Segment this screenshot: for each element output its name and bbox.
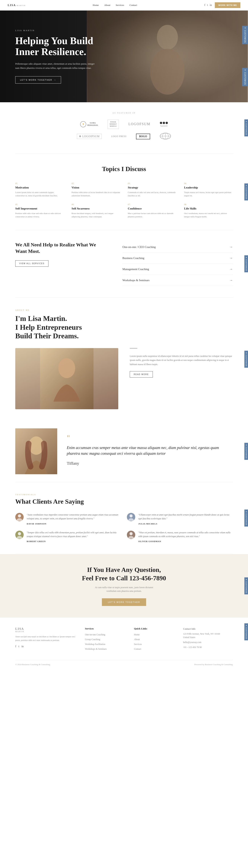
footer-quick-links-title: Quick Links [134,627,176,630]
about-body-text: Lorem ipsum nulla suspenisse id ullamcor… [130,354,233,367]
about-right: Lorem ipsum nulla suspenisse id ullamcor… [130,348,233,409]
footer-service-link[interactable]: Group Coaching [85,638,127,641]
cta-customize-button[interactable]: ✦ Customize [244,577,248,594]
footer-copyright: © 2024 Business Coaching & Consulting. [15,663,50,665]
footer-description: Amet suscipit uma turpis ut tincidunt ac… [15,635,77,642]
svg-point-12 [17,518,22,521]
footer-bottom: © 2024 Business Coaching & Consulting. P… [15,660,233,665]
footer-service-link[interactable]: Workshops & Seminars [85,648,127,650]
footer-top: LISA MARTIN Amet suscipit uma turpis ut … [15,627,233,652]
tf-customize-button[interactable]: ✦ Customize [244,443,248,460]
cta-title: If You Have Any Question, Feel Free to C… [15,566,233,582]
topic-item: 07. Confidence Mus a pulvinar lectus cum… [128,203,176,218]
logo-logoipsum2: ❋ LOGOIPSUM [77,134,102,139]
about-inner: Lorem ipsum nulla suspenisse id ullamcor… [15,348,233,409]
nav-services[interactable]: Services [116,4,124,7]
service-row[interactable]: One-on-one / CEO Coaching → [122,242,233,253]
hero-customize-button[interactable]: ✦ Customize [242,26,248,44]
testimonial-avatar [127,513,135,521]
services-section: We All Need Help to Realize What We Want… [0,230,248,298]
featured-customize-button[interactable]: ✦ Customize [244,120,248,136]
hero-cta-button[interactable]: LET'S WORK TOGETHER → [15,76,61,84]
footer-service-link[interactable]: One-on-one Coaching [85,633,127,636]
arrow-icon: → [229,245,233,249]
topic-item: 03. Strategy Commodo et odio vel urna se… [128,182,176,197]
footer-social: f t in [15,645,77,648]
arrow-icon: → [229,267,233,271]
view-all-services-button[interactable]: VIEW ALL SERVICES [15,260,48,267]
services-tagline: We All Need Help to Realize What We Want… [15,242,107,255]
work-with-me-button[interactable]: WORK WITH ME [215,2,240,8]
footer-brand: LISA MARTIN Amet suscipit uma turpis ut … [15,627,77,652]
footer-service-link[interactable]: Workshop Facilitation [85,643,127,646]
logo-logopress: LOGO PRESS [111,135,127,138]
footer-quick-link[interactable]: Services [134,643,176,646]
twitter-icon[interactable]: t [207,4,208,7]
cta-section: If You Have Any Question, Feel Free to C… [0,554,248,617]
topics-grid: 01. Motivation Lorem ipsum dolor sit ame… [15,182,233,218]
footer-powered: Powered by Business Coaching & Consultin… [194,663,233,665]
logo-globe [160,133,171,140]
topic-item: 02. Vision Porttitor nibh dolor ut lectu… [72,182,120,197]
nav-contact[interactable]: Contact [129,4,137,7]
footer-twitter-icon[interactable]: t [19,645,19,648]
topics-title: Topics I Discuss [15,165,233,173]
logo-ultra: 🏆 ULTRAPEDAGOGIA [80,121,98,127]
footer-contact-col: Contact Info 123 Fifth Avenue, New York,… [183,627,233,652]
about-portrait [15,348,118,409]
testimonial-card: "Semper duis tellus orci nulla nibh elem… [15,531,121,542]
footer-quick-link[interactable]: Contact [134,648,176,650]
footer-quick-link[interactable]: About [134,638,176,641]
facebook-icon[interactable]: f [204,4,205,7]
read-more-button[interactable]: READ MORE [130,371,153,377]
quote-mark-icon: " [67,434,233,442]
testimonial-avatar [15,513,24,521]
hero-section: LISA MARTIN Helping You Build Inner Resi… [0,10,248,102]
logos-row-1: 🏆 ULTRAPEDAGOGIA POWERMINDSETMODULE LOGO… [15,120,233,129]
footer-facebook-icon[interactable]: f [15,645,16,648]
logo-dots: logoipsum [160,122,168,127]
arrow-icon: → [229,278,233,282]
service-row[interactable]: Management Coaching → [122,264,233,275]
service-row[interactable]: Workshops & Seminars → [122,275,233,286]
nav-home[interactable]: Home [93,4,99,7]
services-list: One-on-one / CEO Coaching → Business Coa… [122,242,233,286]
testimonial-content: " Enim accumsan cras semper metus ante v… [67,428,233,466]
testimonial-card: "Justo vestibulum risus imperdiet consec… [15,513,121,525]
testimonials-grid: "Justo vestibulum risus imperdiet consec… [15,513,233,542]
about-customize-button[interactable]: ✦ Customize [244,350,248,368]
nav-social: f t in [204,4,212,7]
nav-menu: Home About Services Contact [93,4,137,7]
cta-button[interactable]: LET'S WORK TOGETHER [102,598,146,606]
about-title: I'm Lisa Martin. I Help Entrepreneurs Bu… [15,314,233,340]
footer-email: hello@yoursay.com [183,641,233,644]
testimonials-customize-button[interactable]: ✦ Customize [244,509,248,527]
footer-quick-link[interactable]: Home [134,633,176,636]
service-row[interactable]: Business Coaching → [122,253,233,264]
testimonial-feature-section: " Enim accumsan cras semper metus ante v… [0,421,248,482]
footer-contact-title: Contact Info [183,627,233,630]
services-customize-button[interactable]: ✦ Customize [244,255,248,272]
nav-about[interactable]: About [104,4,110,7]
footer-instagram-icon[interactable]: in [22,645,24,648]
footer-phone: +01 - 123 456 78 90 [183,646,233,649]
logo-logofsum: LOGOFSUM [129,122,150,126]
arrow-icon: → [229,256,233,260]
testimonial-portrait [15,428,57,474]
footer-logo: LISA MARTIN [15,627,77,632]
topics-section: Topics I Discuss 01. Motivation Lorem ip… [0,154,248,230]
topic-item: 06. Self Awareness Risus tincidunt tempo… [72,203,120,218]
about-divider [130,348,137,348]
footer: LISA MARTIN Amet suscipit uma turpis ut … [0,617,248,670]
testimonial-signature: Tiffany [67,461,233,466]
svg-point-16 [17,536,22,539]
topics-customize-button[interactable]: ✦ Customize [244,183,248,200]
hero-subtitle: Pellentesque odio aliquam vitae amet, el… [15,62,95,70]
testimonials-label: TESTIMONIALS [15,494,233,496]
footer-customize-button[interactable]: ✦ Customize [244,623,248,640]
instagram-icon[interactable]: in [210,4,212,7]
svg-point-17 [130,532,133,535]
hero-customize-button-2[interactable]: ✦ Customize [242,68,248,86]
logo-bogo: BOGO [136,134,150,140]
svg-point-11 [18,515,21,518]
